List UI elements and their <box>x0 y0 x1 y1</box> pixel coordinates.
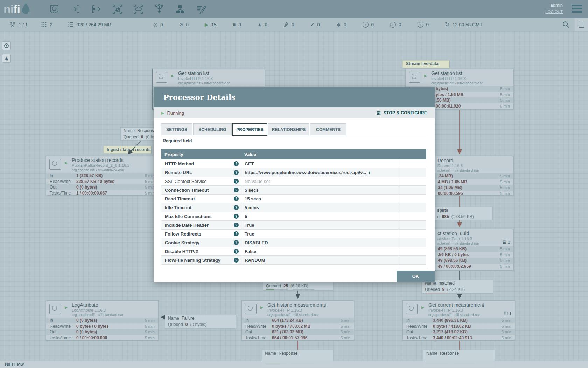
status-disabled: 0 <box>284 22 294 27</box>
cluster-icon <box>9 21 16 28</box>
funnel-toolbar-icon[interactable] <box>153 3 165 15</box>
processor-extract-station-uuid-fragment[interactable]: ct station_uuid ateJsonPath 1.16.3 ache.… <box>434 229 514 271</box>
nifi-logo: nifi <box>4 2 32 16</box>
processor-toolbar-icon[interactable] <box>48 3 60 15</box>
top-toolbar: nifi <box>0 0 588 18</box>
run-status-icon: ▶ <box>171 74 174 78</box>
property-row-cookie-strategy[interactable]: Cookie Strategy? DISABLED <box>161 238 426 247</box>
search-icon[interactable] <box>562 21 570 30</box>
processor-bundle: org.apache.nifi - nifi-standard-nar <box>431 81 483 85</box>
status-up-to-date: ✔ 0 <box>310 22 320 27</box>
status-sync-failure: ? 0 <box>418 22 429 28</box>
property-row-http-method[interactable]: HTTP Method? GET <box>161 159 426 168</box>
processor-get-current-measurement[interactable]: ▶ Get current measurement InvokeHTTP 1.1… <box>402 300 515 340</box>
processor-logattribute[interactable]: ▶ LogAttribute LogAttribute 1.16.3 org.a… <box>46 300 159 340</box>
connection-label-response-top[interactable]: NameResponse Queued0(0 bytes <box>120 127 154 141</box>
tab-properties[interactable]: PROPERTIES <box>232 123 267 136</box>
refresh-icon[interactable]: ↻ <box>445 22 449 27</box>
help-icon[interactable]: ? <box>234 161 239 166</box>
stop-and-configure-button[interactable]: STOP & CONFIGURE <box>376 110 427 116</box>
tab-settings[interactable]: SETTINGS <box>161 123 192 135</box>
help-icon[interactable]: ? <box>234 223 239 227</box>
stat-out: 0 (0 bytes) <box>76 185 97 190</box>
help-icon[interactable]: ? <box>234 258 239 263</box>
help-icon[interactable]: ? <box>234 170 239 175</box>
processor-bundle: org.apache.nifi - nifi-kafka-2-6-nar <box>72 168 130 172</box>
logout-link[interactable]: LOG OUT <box>545 9 563 14</box>
connection-label-splits[interactable]: splits d685(178.56 KB) <box>434 207 493 220</box>
processor-icon <box>156 72 167 83</box>
connection-label-failure[interactable]: NameFailure Queued0(0 bytes) <box>165 315 236 329</box>
processor-produce-station-records[interactable]: ▶ Produce station records PublishKafkaRe… <box>46 156 159 196</box>
tab-relationships[interactable]: RELATIONSHIPS <box>268 123 309 135</box>
processor-title: LogAttribute <box>72 302 123 308</box>
property-row-ssl-context-service[interactable]: SSL Context Service? No value set <box>161 177 426 186</box>
property-row-follow-redirects[interactable]: Follow Redirects? True <box>161 230 426 238</box>
tab-scheduling[interactable]: SCHEDULING <box>193 123 232 135</box>
stat-out: 621 (703.02 MB) <box>272 329 303 334</box>
stat-tasks: 00:00:00.595 <box>438 191 463 196</box>
property-row-include-date-header[interactable]: Include Date Header? True <box>161 221 426 230</box>
cluster-badge-icon <box>504 312 508 315</box>
property-row-idle-timeout[interactable]: Idle Timeout? 5 mins <box>161 203 426 212</box>
processor-title: Record <box>438 158 479 163</box>
processor-type: InvokeHTTP 1.16.3 <box>431 76 483 81</box>
user-block: admin LOG OUT <box>545 2 563 14</box>
help-icon[interactable]: ? <box>234 240 239 245</box>
stat-tasks: 3,440 / 00:02:40.913 <box>433 335 472 340</box>
running-icon: ▶ <box>205 22 209 27</box>
property-row-max-idle-connections[interactable]: Max Idle Connections? 5 <box>161 212 426 221</box>
processor-type: LogAttribute 1.16.3 <box>72 308 123 312</box>
help-icon[interactable]: ? <box>234 196 239 201</box>
processor-bundle: org.apache.nifi - nifi-standard-nar <box>72 313 123 317</box>
help-icon[interactable]: ? <box>234 188 239 192</box>
breadcrumb-nifi-flow[interactable]: NiFi Flow <box>5 362 24 367</box>
help-icon[interactable]: ? <box>234 249 239 254</box>
stat-out: .56 MB) <box>436 98 451 103</box>
processor-type: InvokeHTTP 1.16.3 <box>267 308 326 312</box>
label-toolbar-icon[interactable] <box>195 3 207 15</box>
nifi-application: nifi <box>0 0 588 368</box>
info-icon[interactable]: i <box>369 170 370 175</box>
invalid-icon: ▲ <box>257 22 262 27</box>
properties-table: Property Value HTTP Method? GET Remote U… <box>161 149 426 268</box>
sync-failure-icon: ? <box>418 22 424 28</box>
template-toolbar-icon[interactable] <box>174 3 186 15</box>
nifi-logo-text-2: fi <box>13 2 20 16</box>
queued-icon <box>68 22 74 28</box>
birdseye-toggle-icon[interactable] <box>575 18 588 31</box>
property-row-connection-timeout[interactable]: Connection Timeout? 5 secs <box>161 186 426 195</box>
processor-get-historic-measurements[interactable]: ▶ Get historic measurements InvokeHTTP 1… <box>241 300 354 340</box>
property-row-read-timeout[interactable]: Read Timeout? 15 secs <box>161 195 426 203</box>
help-icon[interactable]: ? <box>234 214 239 219</box>
global-menu-icon[interactable] <box>572 5 582 14</box>
status-locally-modified-stale: ! 0 <box>390 22 401 28</box>
required-field-note: Required field <box>163 138 192 143</box>
property-row-flowfile-naming-strategy[interactable]: FlowFile Naming Strategy? RANDOM <box>161 256 426 265</box>
hand-tool-button[interactable] <box>2 54 11 63</box>
processor-type: InvokeHTTP 1.16.3 <box>178 76 230 81</box>
property-row-remote-url[interactable]: Remote URL? https://www.pegelonline.wsv.… <box>161 168 426 177</box>
tab-comments[interactable]: COMMENTS <box>310 123 346 135</box>
process-group-toolbar-icon[interactable] <box>111 3 123 15</box>
input-port-toolbar-icon[interactable] <box>69 3 81 15</box>
processor-title: Produce station records <box>72 157 130 163</box>
stat-in: 49 (898.56 KB) <box>438 246 467 251</box>
property-row-disable-http2[interactable]: Disable HTTP/2? False <box>161 247 426 256</box>
status-queued: 920 / 264.29 MB <box>68 22 111 28</box>
processor-record-fragment[interactable]: Record Record 1.16.3 ache.nifi - nifi-st… <box>434 156 514 196</box>
dialog-title: Processor Details <box>163 93 236 102</box>
target-tool-button[interactable] <box>2 41 11 50</box>
status-invalid: ▲ 0 <box>257 22 267 27</box>
modified-stale-icon: ! <box>390 22 396 28</box>
help-icon[interactable]: ? <box>234 231 239 236</box>
remote-process-group-toolbar-icon[interactable] <box>132 3 144 15</box>
help-icon[interactable]: ? <box>234 205 239 210</box>
help-icon[interactable]: ? <box>234 179 239 184</box>
component-toolbar <box>48 3 207 15</box>
stat-tasks: 1 / 00:00:00.067 <box>76 191 107 196</box>
ok-button[interactable]: OK <box>397 271 435 282</box>
output-port-toolbar-icon[interactable] <box>90 3 102 15</box>
stat-in: 3,440 (896.31 KB) <box>433 318 468 323</box>
queue-progress-bar <box>168 328 190 329</box>
